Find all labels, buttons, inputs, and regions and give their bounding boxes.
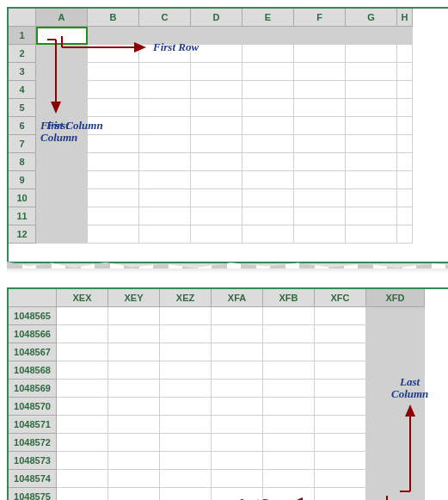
cell[interactable] (160, 470, 212, 488)
cell[interactable] (346, 135, 397, 153)
col-header-H[interactable]: H (397, 9, 413, 27)
cell[interactable] (294, 153, 346, 171)
col-header-XEX[interactable]: XEX (57, 289, 108, 307)
cell[interactable] (263, 325, 315, 343)
cell[interactable] (108, 398, 160, 416)
col-header-F[interactable]: F (294, 9, 346, 27)
cell[interactable] (139, 153, 191, 171)
cell[interactable] (160, 398, 212, 416)
cell[interactable] (88, 99, 139, 117)
cell[interactable] (57, 325, 108, 343)
cell[interactable] (315, 488, 366, 500)
cell[interactable] (191, 27, 242, 45)
cell[interactable] (294, 27, 346, 45)
cell[interactable] (397, 225, 413, 244)
cell[interactable] (36, 207, 88, 225)
col-header-E[interactable]: E (242, 9, 294, 27)
cell[interactable] (191, 189, 242, 207)
cell[interactable] (397, 189, 413, 207)
cell[interactable] (212, 452, 263, 470)
cell[interactable] (191, 63, 242, 81)
cell[interactable] (315, 343, 366, 361)
cell[interactable] (346, 207, 397, 225)
cell[interactable] (57, 416, 108, 434)
col-header-XFC[interactable]: XFC (315, 289, 366, 307)
cell[interactable] (366, 452, 425, 470)
cell[interactable] (108, 488, 160, 500)
cell[interactable] (160, 361, 212, 380)
cell[interactable] (263, 398, 315, 416)
cell[interactable] (88, 117, 139, 135)
cell[interactable] (139, 45, 191, 63)
cell[interactable] (160, 343, 212, 361)
cell[interactable] (36, 225, 88, 244)
cell[interactable] (212, 343, 263, 361)
cell[interactable] (346, 189, 397, 207)
cell[interactable] (139, 99, 191, 117)
cell[interactable] (346, 63, 397, 81)
cell[interactable] (160, 488, 212, 500)
cell[interactable] (315, 380, 366, 398)
cell[interactable] (397, 171, 413, 189)
cell[interactable] (366, 343, 425, 361)
cell[interactable] (191, 135, 242, 153)
cell[interactable] (212, 307, 263, 325)
cell[interactable] (294, 225, 346, 244)
cell[interactable] (294, 171, 346, 189)
cell[interactable] (191, 153, 242, 171)
cell[interactable] (212, 325, 263, 343)
cell[interactable] (36, 189, 88, 207)
cell[interactable] (57, 398, 108, 416)
cell-A1[interactable] (36, 27, 88, 45)
cell[interactable] (139, 63, 191, 81)
cell[interactable] (139, 189, 191, 207)
cell[interactable] (139, 207, 191, 225)
col-header-XFB[interactable]: XFB (263, 289, 315, 307)
cell[interactable] (36, 117, 88, 135)
cell[interactable] (263, 488, 315, 500)
cell[interactable] (397, 153, 413, 171)
cell[interactable] (57, 488, 108, 500)
cell[interactable] (294, 99, 346, 117)
cell[interactable] (315, 361, 366, 380)
cell[interactable] (315, 470, 366, 488)
cell[interactable] (139, 81, 191, 99)
row-header-1048567[interactable]: 1048567 (9, 343, 57, 361)
cell[interactable] (108, 452, 160, 470)
cell[interactable] (88, 27, 139, 45)
col-header-A[interactable]: A (36, 9, 88, 27)
cell[interactable] (108, 343, 160, 361)
cell[interactable] (139, 171, 191, 189)
cell[interactable] (108, 470, 160, 488)
cell[interactable] (397, 45, 413, 63)
cell[interactable] (242, 189, 294, 207)
cell[interactable] (212, 434, 263, 452)
cell[interactable] (263, 361, 315, 380)
cell[interactable] (242, 135, 294, 153)
cell[interactable] (36, 171, 88, 189)
cell[interactable] (294, 189, 346, 207)
cell[interactable] (191, 81, 242, 99)
cell[interactable] (191, 99, 242, 117)
col-header-XEZ[interactable]: XEZ (160, 289, 212, 307)
cell[interactable] (294, 135, 346, 153)
cell[interactable] (191, 117, 242, 135)
cell[interactable] (57, 434, 108, 452)
cell[interactable] (108, 325, 160, 343)
cell[interactable] (108, 361, 160, 380)
cell[interactable] (88, 45, 139, 63)
cell[interactable] (242, 171, 294, 189)
cell[interactable] (36, 63, 88, 81)
row-header-6[interactable]: 6 (9, 117, 36, 135)
cell[interactable] (315, 307, 366, 325)
row-header-1048570[interactable]: 1048570 (9, 398, 57, 416)
cell[interactable] (315, 398, 366, 416)
cell[interactable] (366, 361, 425, 380)
cell[interactable] (212, 470, 263, 488)
cell[interactable] (315, 434, 366, 452)
row-header-2[interactable]: 2 (9, 45, 36, 63)
cell[interactable] (366, 434, 425, 452)
cell[interactable] (366, 325, 425, 343)
col-header-C[interactable]: C (139, 9, 191, 27)
cell[interactable] (57, 380, 108, 398)
